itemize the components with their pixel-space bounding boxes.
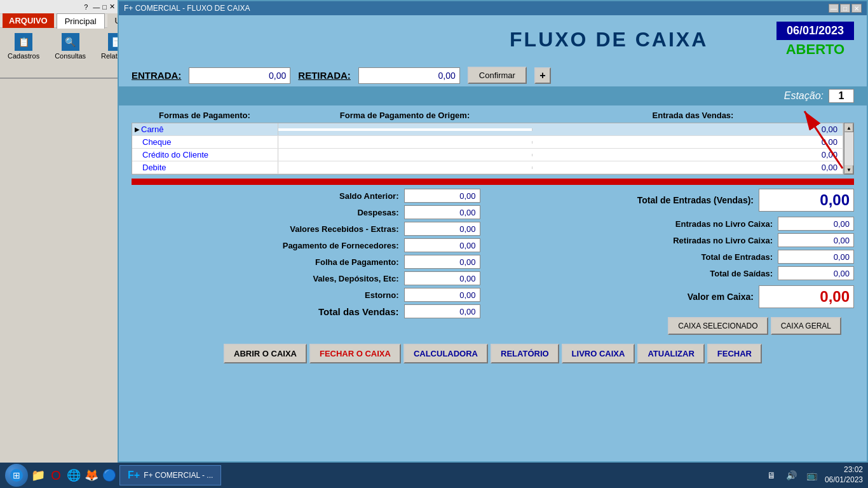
valor-caixa-row: Valor em Caixa: 0,00: [506, 285, 855, 308]
action-buttons-row: ABRIR O CAIXA FECHAR O CAIXA CALCULADORA…: [119, 337, 867, 367]
retiradas-livro-value: 0,00: [778, 233, 854, 247]
despesas-row: Despesas: 0,00: [132, 205, 480, 219]
col-entrada: Entrada das Vendas:: [532, 109, 854, 121]
entry-row: ENTRADA: RETIRADA: Confirmar +: [119, 64, 867, 86]
pgto-fornecedores-value: 0,00: [404, 238, 480, 252]
start-button[interactable]: ⊞: [5, 464, 28, 487]
taskbar-network-icon[interactable]: 🖥: [764, 468, 779, 483]
livro-caixa-button[interactable]: LIVRO CAIXA: [562, 344, 635, 363]
total-vendas-row: Total das Vendas: 0,00: [132, 304, 480, 318]
row2-origin[interactable]: [278, 141, 532, 144]
caixa-buttons-row: CAIXA SELECIONADO CAIXA GERAL: [506, 315, 855, 337]
row3-origin[interactable]: [278, 154, 532, 156]
despesas-label: Despesas:: [357, 208, 398, 217]
total-entradas-label: Total de Entradas:: [702, 252, 773, 262]
vales-dep-label: Vales, Depósitos, Etc:: [313, 274, 398, 283]
saldo-anterior-row: Saldo Anterior: 0,00: [132, 189, 480, 203]
confirmar-button[interactable]: Confirmar: [468, 67, 527, 84]
window-controls: — □ ✕: [829, 4, 862, 13]
fechar-caixa-button[interactable]: FECHAR O CAIXA: [309, 344, 401, 363]
close-icon[interactable]: ✕: [109, 3, 115, 11]
row4-name: Debite: [132, 161, 278, 173]
caixa-geral-button[interactable]: CAIXA GERAL: [771, 317, 841, 335]
total-entradas-value: 0,00: [778, 250, 854, 264]
taskbar-folder-icon[interactable]: 📁: [31, 468, 46, 483]
table-row[interactable]: Debite 0,00: [132, 161, 843, 174]
app-title: FLUXO DE CAIXA: [454, 28, 763, 51]
folha-pgto-value: 0,00: [404, 255, 480, 269]
entrada-input[interactable]: [189, 67, 290, 84]
row3-name: Crédito do Cliente: [132, 149, 278, 161]
col-origem: Forma de Pagamento de Origem:: [278, 109, 532, 121]
relatorio-button[interactable]: RELATÓRIO: [491, 344, 559, 363]
cadastros-button[interactable]: 📋 Cadastros: [3, 30, 44, 62]
win-minimize[interactable]: —: [829, 4, 839, 13]
taskbar-ie-icon[interactable]: 🌐: [66, 468, 81, 483]
scroll-track: [844, 132, 853, 165]
taskbar-volume-icon[interactable]: 🔊: [784, 468, 799, 483]
app-menubar: ARQUIVO Principal Utilitá...: [0, 14, 118, 28]
taskbar-chrome-icon[interactable]: 🔵: [102, 468, 117, 483]
col-formas: Formas de Pagamento:: [132, 109, 278, 121]
taskbar-time: 23:02 06/01/2023: [825, 465, 863, 485]
plus-button[interactable]: +: [534, 67, 551, 84]
scrollbar-vertical[interactable]: ▲ ▼: [844, 123, 854, 175]
win-close[interactable]: ✕: [851, 4, 862, 13]
total-entradas-vendas-value: 0,00: [759, 189, 854, 212]
abrir-caixa-button[interactable]: ABRIR O CAIXA: [224, 344, 307, 363]
row3-value: 0,00: [532, 149, 843, 161]
caixa-selecionado-button[interactable]: CAIXA SELECIONADO: [668, 317, 768, 335]
left-panel: ? — □ ✕ ARQUIVO Principal Utilitá... 📋 C…: [0, 0, 118, 463]
consultas-button[interactable]: 🔍 Consultas: [50, 30, 91, 62]
row2-name: Cheque: [132, 136, 278, 148]
folha-pgto-label: Folha de Pagamento:: [315, 257, 398, 267]
table-body: ▶ Carnê 0,00 Cheque 0,00: [132, 123, 844, 175]
payment-table-container: Formas de Pagamento: Forma de Pagamento …: [132, 108, 854, 175]
fechar-button[interactable]: FECHAR: [707, 344, 762, 363]
row1-name: ▶ Carnê: [132, 123, 278, 135]
estorno-label: Estorno:: [365, 290, 398, 300]
maximize-icon[interactable]: □: [102, 3, 107, 11]
taskbar: ⊞ 📁 O 🌐 🦊 🔵 F+ F+ COMERCIAL - ... 🖥 🔊 📺 …: [0, 463, 868, 488]
pgto-fornecedores-label: Pagamento de Fornecedores:: [283, 241, 399, 250]
estorno-row: Estorno: 0,00: [132, 288, 480, 302]
saldo-anterior-label: Saldo Anterior:: [339, 191, 398, 201]
date-status-box: 06/01/2023 ABERTO: [776, 22, 854, 58]
minimize-icon[interactable]: —: [93, 3, 100, 11]
win-maximize[interactable]: □: [840, 4, 850, 13]
window-title-bar: F+ COMERCIAL - FLUXO DE CAIXA — □ ✕: [119, 1, 867, 15]
help-icon[interactable]: ?: [84, 3, 88, 11]
row4-origin[interactable]: [278, 166, 532, 169]
valores-extras-value: 0,00: [404, 222, 480, 236]
table-row[interactable]: Crédito do Cliente 0,00: [132, 149, 843, 161]
menu-principal[interactable]: Principal: [57, 13, 105, 29]
retirada-input[interactable]: [358, 67, 460, 84]
scroll-down[interactable]: ▼: [844, 165, 853, 174]
valor-caixa-value: 0,00: [759, 285, 854, 308]
estacao-label: Estação:: [784, 90, 824, 102]
total-vendas-value: 0,00: [404, 304, 480, 318]
pgto-fornecedores-row: Pagamento de Fornecedores: 0,00: [132, 238, 480, 252]
entrada-label: ENTRADA:: [132, 70, 181, 81]
taskbar-display-icon[interactable]: 📺: [804, 468, 820, 483]
calculadora-button[interactable]: CALCULADORA: [403, 344, 488, 363]
date-display: 06/01/2023: [776, 22, 854, 40]
retirada-label: RETIRADA:: [298, 70, 351, 81]
row1-origin[interactable]: [278, 128, 532, 131]
atualizar-button[interactable]: ATUALIZAR: [637, 344, 704, 363]
row2-value: 0,00: [532, 136, 843, 148]
estacao-value[interactable]: [829, 89, 854, 103]
retiradas-livro-label: Retiradas no Livro Caixa:: [673, 236, 773, 245]
taskbar-opera-icon[interactable]: O: [48, 468, 64, 483]
taskbar-firefox-icon[interactable]: 🦊: [84, 468, 99, 483]
table-header: Formas de Pagamento: Forma de Pagamento …: [132, 108, 854, 123]
summary-section: Saldo Anterior: 0,00 Despesas: 0,00 Valo…: [119, 189, 867, 337]
table-row[interactable]: Cheque 0,00: [132, 136, 843, 149]
total-saidas-row: Total de Saídas: 0,00: [506, 266, 855, 280]
taskbar-app-button[interactable]: F+ F+ COMERCIAL - ...: [119, 465, 221, 485]
menu-arquivo[interactable]: ARQUIVO: [3, 13, 54, 28]
scroll-up[interactable]: ▲: [844, 123, 853, 132]
taskbar-right: 🖥 🔊 📺 23:02 06/01/2023: [764, 465, 863, 485]
table-row[interactable]: ▶ Carnê 0,00: [132, 123, 843, 136]
summary-left: Saldo Anterior: 0,00 Despesas: 0,00 Valo…: [132, 189, 493, 337]
